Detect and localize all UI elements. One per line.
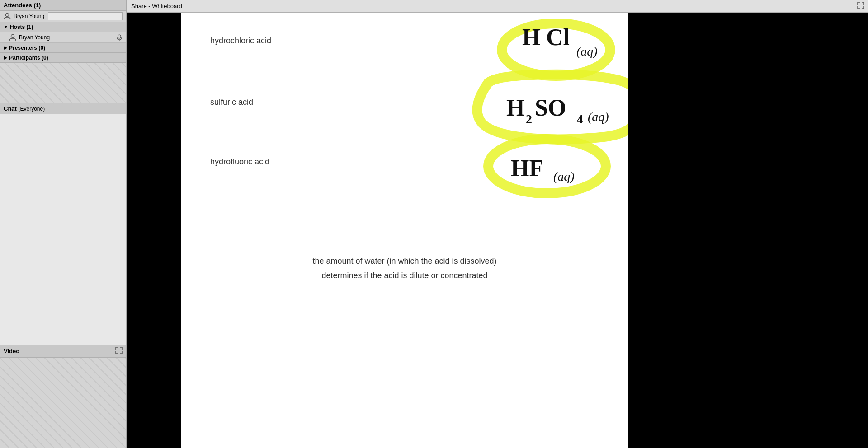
hosts-count: (1) [27,24,33,30]
svg-point-13 [488,139,606,193]
presenters-arrow-icon: ▶ [4,45,7,50]
chat-label: Chat [4,105,17,112]
svg-text:SO: SO [535,95,566,121]
attendees-blank-area [0,63,126,103]
svg-text:H: H [506,95,524,121]
whiteboard-drawing: H Cl (aq) H 2 SO 4 (aq) HF (aq) [181,13,628,448]
user-input[interactable] [48,12,123,20]
svg-rect-2 [118,35,121,38]
attendees-count: (1) [33,2,41,9]
hosts-label: Hosts [10,24,25,30]
svg-text:(aq): (aq) [576,44,598,58]
hosts-section-header[interactable]: ▼ Hosts (1) [0,22,126,32]
whiteboard-content: H Cl (aq) H 2 SO 4 (aq) HF (aq) [127,13,868,448]
whiteboard-expand-button[interactable] [857,2,864,10]
whiteboard-title-bar: Share - Whiteboard [127,0,868,13]
svg-text:2: 2 [526,112,532,126]
attendees-label: Attendees [4,2,32,9]
left-black-bar [127,13,181,448]
right-black-bar [628,13,868,448]
whiteboard-canvas: H Cl (aq) H 2 SO 4 (aq) HF (aq) [181,13,628,448]
hosts-arrow-icon: ▼ [4,24,8,29]
svg-text:Cl: Cl [546,24,570,50]
video-label: Video [4,348,19,355]
svg-text:(aq): (aq) [588,110,609,124]
hydrofluoric-acid-label: hydrofluoric acid [210,157,269,167]
sulfuric-acid-label: sulfuric acid [210,98,253,107]
participants-section-header[interactable]: ▶ Participants (0) [0,53,126,63]
presenters-section-header[interactable]: ▶ Presenters (0) [0,43,126,53]
video-header: Video [0,345,126,358]
svg-text:H: H [522,24,540,50]
attendees-header: Attendees (1) [0,0,126,11]
svg-text:(aq): (aq) [553,169,575,183]
host-item: Bryan Young [0,32,126,43]
whiteboard-title: Share - Whiteboard [131,3,182,9]
svg-text:4: 4 [577,112,583,126]
presenters-label: Presenters [9,45,37,51]
presenters-count: (0) [38,45,45,51]
svg-point-1 [11,34,14,37]
participants-count: (0) [42,55,48,61]
bottom-text-2: determines if the acid is dilute or conc… [269,271,540,280]
video-expand-button[interactable] [115,347,123,355]
svg-text:HF: HF [511,155,543,181]
top-user-name: Bryan Young [14,13,44,19]
left-panel: Attendees (1) Bryan Young ▼ Hosts (1) Br… [0,0,127,448]
participants-arrow-icon: ▶ [4,55,7,60]
video-area [0,358,126,448]
main-area: Share - Whiteboard H Cl [127,0,868,448]
participants-label: Participants [9,55,40,61]
host-user-icon [9,34,16,41]
chat-header: Chat (Everyone) [0,103,126,114]
chat-area [0,114,126,345]
attendees-user-row: Bryan Young [0,11,126,22]
mic-icon [116,34,123,41]
user-icon [4,13,11,20]
svg-point-0 [6,14,9,17]
bottom-text-1: the amount of water (in which the acid i… [269,257,540,266]
host-name: Bryan Young [19,34,50,41]
chat-scope: (Everyone) [19,106,45,112]
hydrochloric-acid-label: hydrochloric acid [210,36,271,46]
